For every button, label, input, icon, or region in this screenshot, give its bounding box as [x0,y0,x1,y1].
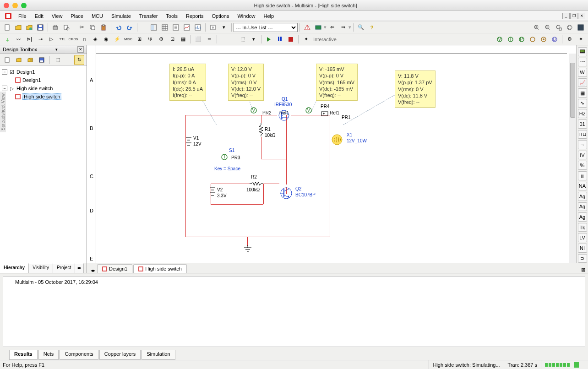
print-preview-button[interactable] [61,22,71,33]
tab-results[interactable]: Results [9,350,38,360]
place-misc-button[interactable]: MISC [123,34,133,44]
tek-scope-button[interactable]: Tk [578,223,587,232]
menu-reports[interactable]: Reports [182,12,207,20]
open-design-files-button[interactable] [25,55,35,65]
menu-window[interactable]: Window [234,12,259,20]
panel-dropdown-icon[interactable]: ▾ [55,47,58,52]
place-mcu-button[interactable]: ▦ [178,34,188,44]
tab-nav-icon[interactable]: ◂▸ [89,268,97,273]
voltage-source-v1[interactable] [183,135,194,149]
fullscreen-button[interactable] [576,22,586,33]
toggle-sheet-button[interactable] [149,22,159,33]
tab-project[interactable]: Project [53,263,75,273]
inuse-list-select[interactable]: --- In-Use List --- [234,23,298,32]
tree-item[interactable]: High side switch [22,93,61,100]
probe-ref-button[interactable] [539,34,549,44]
probe-icon[interactable]: V [305,107,312,114]
place-transistor-button[interactable]: ⊸ [35,34,45,44]
current-clamp-button[interactable]: ⊃ [578,254,587,263]
tree-item[interactable]: Design1 [16,69,35,75]
goto-ultiboard-button[interactable] [313,22,323,33]
probe-i-button[interactable]: I [506,34,516,44]
grapher-button[interactable] [182,22,192,33]
analysis-button[interactable]: ✦ [576,34,586,44]
erc-button[interactable]: ! [302,22,312,33]
probe-icon[interactable]: V [250,107,257,114]
network-button[interactable]: NA [578,182,587,191]
place-ttl-button[interactable]: TTL [57,34,67,44]
place-connectors-button[interactable]: ⊡ [167,34,177,44]
open-button[interactable] [13,22,23,33]
undo-button[interactable] [114,22,124,33]
agilent-mm-button[interactable]: Ag [578,202,587,212]
close-window[interactable] [4,3,9,8]
resistor-r1[interactable] [257,123,265,139]
place-advanced-button[interactable]: ⊞ [134,34,144,44]
place-misc-digital-button[interactable]: ⎍ [79,34,89,44]
back-annotate-button[interactable]: ⇐ [327,22,337,33]
mdi-minimize[interactable]: _ [562,13,570,19]
paste-button[interactable] [98,22,109,33]
menu-mcu[interactable]: MCU [88,12,107,20]
probe-v-button[interactable]: V [495,34,505,44]
open-design-button[interactable] [14,55,24,65]
spectrum-button[interactable]: ⫼ [578,171,587,180]
postprocess-button[interactable] [193,22,203,33]
run-button[interactable] [264,34,274,44]
agilent-fg-button[interactable]: Ag [578,192,587,201]
cut-button[interactable]: ✂ [76,22,87,33]
oscilloscope-button[interactable]: 📈 [578,78,587,87]
iv-analyzer-button[interactable]: IV [578,151,587,160]
refresh-panel-button[interactable]: ↻ [74,55,84,65]
schematic-canvas[interactable]: A B C D E I: 26.5 uAI(p-p): 0 AI(rms): 0… [87,45,576,263]
redo-button[interactable] [125,22,135,33]
menu-tools[interactable]: Tools [162,12,181,20]
place-mixed-button[interactable]: ◈ [90,34,100,44]
vertical-scrollbar[interactable] [569,54,576,263]
place-source-button[interactable]: ⏚ [2,34,12,44]
place-basic-button[interactable]: 〰 [13,34,23,44]
spreadsheet-button[interactable] [160,22,170,33]
hierarchy-up-button[interactable]: ⬚ [238,34,248,44]
maximize-window[interactable] [21,3,27,8]
output-log[interactable]: Multisim - 05 October 2017, 16:29:04 [3,276,585,347]
bjt-q2[interactable] [279,186,293,201]
pause-button[interactable] [275,34,285,44]
fwd-annotate-button[interactable]: ⇒ [338,22,348,33]
logic-converter-button[interactable]: → [578,140,587,149]
ddd-button[interactable]: ⬚ [53,55,63,65]
new-button[interactable] [2,22,12,33]
new-design-button[interactable] [2,55,12,65]
zoom-out-button[interactable] [543,22,553,33]
copy-button[interactable] [87,22,98,33]
place-diode-button[interactable]: ⊳| [24,34,34,44]
hierarchy-down-button[interactable]: ▾ [249,34,259,44]
tab-components[interactable]: Components [60,350,98,360]
close-panel-button[interactable]: ✕ [77,46,84,53]
word-gen-button[interactable]: 01 [578,119,587,129]
tab-scroll[interactable]: ◂▸ [75,263,84,273]
tab-simulation[interactable]: Simulation [142,350,175,360]
tree-collapse-icon[interactable]: − [2,69,7,75]
save-button[interactable] [35,22,45,33]
print-button[interactable] [50,22,60,33]
4ch-scope-button[interactable]: ▦ [578,88,587,98]
zoom-area-button[interactable] [554,22,564,33]
place-bus-button[interactable]: ━ [204,34,214,44]
tab-hierarchy[interactable]: Hierarchy [0,263,29,273]
doc-tab-high-side-switch[interactable]: High side switch [133,264,186,273]
minimize-window[interactable] [12,3,18,8]
tab-nets[interactable]: Nets [38,350,59,360]
find-button[interactable]: 🔍 [356,22,366,33]
agilent-scope-button[interactable]: Ag [578,212,587,222]
lamp-x1[interactable] [331,133,343,147]
tree-collapse-icon[interactable]: − [2,86,7,91]
probe-diff-button[interactable] [528,34,538,44]
function-gen-button[interactable]: 〰 [578,58,587,67]
logic-analyzer-button[interactable]: ⊓⊔ [578,130,587,139]
menu-file[interactable]: File [15,12,30,20]
place-rf-button[interactable]: Ψ [145,34,155,44]
place-analog-button[interactable]: ▷ [46,34,56,44]
mdi-close[interactable]: ✕ [578,13,585,19]
open-samples-button[interactable] [24,22,34,33]
